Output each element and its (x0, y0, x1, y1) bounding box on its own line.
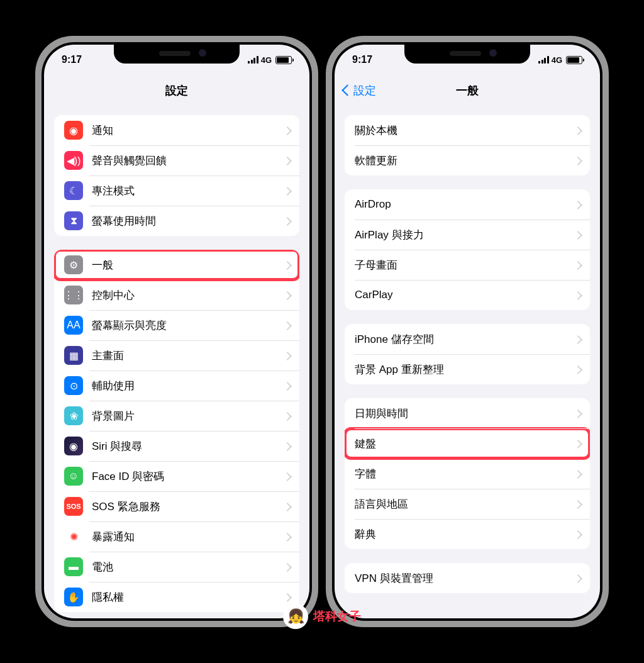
chevron-right-icon (284, 593, 289, 601)
chevron-right-icon (284, 217, 289, 225)
back-label: 設定 (353, 83, 376, 98)
row-label: SOS 緊急服務 (92, 499, 284, 514)
settings-section: ◉通知◀))聲音與觸覺回饋☾專注模式⧗螢幕使用時間 (54, 115, 299, 236)
phone-bezel: 9:17 4G 設定 ◉通知◀))聲音與觸覺回饋☾專注模式⧗螢幕使用時間⚙一般⋮… (42, 42, 312, 621)
row-label: Face ID 與密碼 (92, 469, 284, 484)
settings-row[interactable]: ◉通知 (54, 115, 299, 145)
chevron-right-icon (284, 472, 289, 481)
row-label: 鍵盤 (355, 437, 575, 451)
settings-row[interactable]: ✋隱私權 (54, 582, 299, 612)
chevron-right-icon (575, 335, 580, 343)
row-label: 字體 (355, 467, 575, 481)
settings-row[interactable]: ⧗螢幕使用時間 (54, 206, 299, 236)
settings-row[interactable]: 軟體更新 (345, 145, 590, 176)
settings-row[interactable]: AA螢幕顯示與亮度 (54, 310, 299, 340)
settings-section: ⚙一般⋮⋮控制中心AA螢幕顯示與亮度▦主畫面⊙輔助使用❀背景圖片◉Siri 與搜… (54, 250, 299, 612)
sos-icon: SOS (64, 497, 83, 516)
settings-row[interactable]: ▦主畫面 (54, 340, 299, 370)
chevron-right-icon (284, 442, 289, 450)
settings-row[interactable]: VPN 與裝置管理 (345, 563, 590, 593)
settings-row[interactable]: 鍵盤 (345, 428, 590, 459)
faceid-icon: ☺ (64, 467, 83, 486)
settings-row[interactable]: 背景 App 重新整理 (345, 354, 590, 384)
settings-row[interactable]: ✺暴露通知 (54, 521, 299, 552)
settings-row[interactable]: ⊙輔助使用 (54, 370, 299, 401)
row-label: 語言與地區 (355, 497, 575, 511)
back-button[interactable]: 設定 (343, 83, 376, 98)
settings-row[interactable]: 關於本機 (345, 115, 590, 145)
settings-row[interactable]: AirDrop (345, 189, 590, 220)
chevron-right-icon (284, 563, 289, 571)
watermark-avatar-icon: 👧 (283, 604, 308, 629)
row-label: AirPlay 與接力 (355, 228, 575, 242)
watermark: 👧 塔科女子 (283, 604, 361, 629)
chevron-right-icon (284, 382, 289, 390)
settings-section: 關於本機軟體更新 (345, 115, 590, 176)
settings-row[interactable]: 字體 (345, 459, 590, 489)
settings-row[interactable]: SOSSOS 緊急服務 (54, 491, 299, 521)
access-icon: ⊙ (64, 376, 83, 395)
settings-row[interactable]: 辭典 (345, 519, 590, 549)
chevron-right-icon (284, 352, 289, 360)
notch (114, 45, 240, 64)
settings-row[interactable]: CarPlay (345, 280, 590, 310)
screentime-icon: ⧗ (64, 211, 83, 230)
general-list[interactable]: 關於本機軟體更新AirDropAirPlay 與接力子母畫面CarPlayiPh… (335, 106, 600, 593)
chevron-right-icon (575, 574, 580, 582)
settings-row[interactable]: ⚙一般 (54, 250, 299, 280)
status-right: 4G (538, 55, 582, 65)
row-label: 辭典 (355, 527, 575, 542)
row-label: iPhone 儲存空間 (355, 332, 575, 347)
chevron-right-icon (575, 291, 580, 299)
row-label: 專注模式 (92, 184, 284, 198)
status-right: 4G (248, 55, 292, 65)
chevron-right-icon (575, 410, 580, 418)
chevron-right-icon (575, 470, 580, 478)
siri-icon: ◉ (64, 437, 83, 455)
chevron-right-icon (284, 261, 289, 269)
row-label: 主畫面 (92, 348, 284, 363)
chevron-right-icon (284, 187, 289, 195)
signal-icon (538, 56, 549, 64)
status-time: 9:17 (62, 54, 82, 65)
settings-row[interactable]: ◉Siri 與搜尋 (54, 431, 299, 461)
settings-row[interactable]: ◀))聲音與觸覺回饋 (54, 145, 299, 176)
settings-row[interactable]: ⋮⋮控制中心 (54, 280, 299, 310)
row-label: AirDrop (355, 198, 575, 211)
settings-list[interactable]: ◉通知◀))聲音與觸覺回饋☾專注模式⧗螢幕使用時間⚙一般⋮⋮控制中心AA螢幕顯示… (44, 106, 309, 612)
row-label: 軟體更新 (355, 153, 575, 168)
row-label: 子母畫面 (355, 258, 575, 272)
chevron-right-icon (575, 157, 580, 165)
row-label: 螢幕顯示與亮度 (92, 318, 284, 333)
settings-row[interactable]: iPhone 儲存空間 (345, 324, 590, 354)
row-label: 日期與時間 (355, 406, 575, 421)
chevron-right-icon (575, 201, 580, 209)
screen-left: 9:17 4G 設定 ◉通知◀))聲音與觸覺回饋☾專注模式⧗螢幕使用時間⚙一般⋮… (44, 45, 309, 618)
watermark-text: 塔科女子 (313, 608, 361, 625)
chevron-right-icon (575, 231, 580, 239)
chevron-left-icon (343, 84, 351, 97)
settings-row[interactable]: 子母畫面 (345, 250, 590, 280)
signal-icon (248, 56, 258, 64)
settings-row[interactable]: ❀背景圖片 (54, 401, 299, 431)
chevron-right-icon (575, 365, 580, 374)
row-label: 背景 App 重新整理 (355, 362, 575, 377)
settings-row[interactable]: ▬電池 (54, 552, 299, 582)
chevron-right-icon (575, 500, 580, 508)
chevron-right-icon (284, 533, 289, 541)
settings-row[interactable]: AirPlay 與接力 (345, 220, 590, 250)
settings-row[interactable]: ☾專注模式 (54, 176, 299, 206)
nav-bar: 設定 一般 (335, 75, 600, 106)
settings-row[interactable]: ☺Face ID 與密碼 (54, 461, 299, 491)
row-label: 輔助使用 (92, 379, 284, 393)
settings-row[interactable]: 語言與地區 (345, 489, 590, 519)
row-label: 隱私權 (92, 590, 284, 604)
sound-icon: ◀)) (64, 151, 83, 170)
chevron-right-icon (284, 291, 289, 299)
network-label: 4G (261, 55, 272, 65)
chevron-right-icon (284, 412, 289, 420)
settings-row[interactable]: 日期與時間 (345, 398, 590, 428)
chevron-right-icon (575, 440, 580, 448)
home-icon: ▦ (64, 346, 83, 365)
row-label: 螢幕使用時間 (92, 214, 284, 228)
